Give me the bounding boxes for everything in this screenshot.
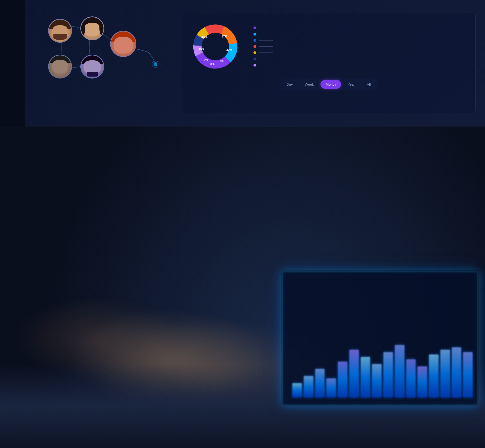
svg-text:16%: 16% <box>202 36 207 39</box>
bar-1 <box>304 376 313 397</box>
bar-7 <box>372 364 382 397</box>
bar-group-6 <box>361 357 370 397</box>
bar-group-12 <box>429 354 438 397</box>
bar-15 <box>463 352 473 397</box>
legend-line-1 <box>259 28 273 28</box>
legend-dot-5 <box>253 51 256 54</box>
legend-item-7 <box>253 64 273 67</box>
legend-item-5 <box>253 51 273 54</box>
bar-13 <box>440 350 450 397</box>
bar-group-14 <box>452 347 462 397</box>
legend-dot-4 <box>253 45 256 48</box>
avatar-person-2 <box>80 16 104 40</box>
legend-dot-7 <box>253 64 256 67</box>
bar-group-7 <box>372 364 382 397</box>
left-sidebar <box>0 0 25 127</box>
filter-year-button[interactable]: Year <box>342 80 360 89</box>
legend-dot-3 <box>253 39 256 42</box>
svg-text:30%: 30% <box>226 48 232 52</box>
avatar-person-4 <box>48 55 72 79</box>
bar-5 <box>349 350 359 397</box>
network-graph-section <box>39 9 182 117</box>
legend-line-7 <box>259 65 273 65</box>
bar-group-1 <box>304 376 313 397</box>
bar-4 <box>338 362 347 397</box>
chart-content: 17% 30% 8% 8% 8% 15% 16% <box>189 20 468 73</box>
bar-3 <box>326 378 336 397</box>
svg-point-0 <box>154 62 157 66</box>
donut-chart-container: 17% 30% 8% 8% 8% 15% 16% <box>189 20 242 73</box>
legend-item-3 <box>253 39 273 42</box>
legend-item-4 <box>253 45 273 48</box>
legend-line-3 <box>259 40 273 40</box>
bar-group-10 <box>406 359 416 397</box>
legend-item-1 <box>253 26 273 29</box>
bar-0 <box>292 383 302 397</box>
legend-line-5 <box>259 52 273 53</box>
bar-group-9 <box>395 345 404 397</box>
bar-9 <box>395 345 404 397</box>
chart-legend <box>253 26 273 67</box>
bar-11 <box>417 366 427 397</box>
legend-item-6 <box>253 57 273 60</box>
bar-group-4 <box>338 362 347 397</box>
bar-group-13 <box>440 350 450 397</box>
legend-dot-1 <box>253 26 256 29</box>
bar-chart <box>292 307 473 397</box>
filter-week-button[interactable]: Week <box>299 80 319 89</box>
bar-group-2 <box>315 369 325 397</box>
filter-month-button[interactable]: Month <box>321 80 341 89</box>
bar-6 <box>361 357 370 397</box>
avatar-person-3 <box>110 31 136 57</box>
svg-point-1 <box>152 61 158 67</box>
donut-chart-svg: 17% 30% 8% 8% 8% 15% 16% <box>189 20 242 73</box>
bar-group-0 <box>292 383 302 397</box>
bar-group-15 <box>463 352 473 397</box>
bar-8 <box>383 352 393 397</box>
bar-group-5 <box>349 350 359 397</box>
svg-text:8%: 8% <box>210 63 215 66</box>
avatar-person-5 <box>80 55 104 79</box>
svg-text:8%: 8% <box>220 59 224 63</box>
bar-14 <box>452 347 462 397</box>
bar-group-8 <box>383 352 393 397</box>
svg-text:8%: 8% <box>204 58 208 62</box>
legend-dot-6 <box>253 57 256 60</box>
bar-2 <box>315 369 325 397</box>
bar-group-3 <box>326 378 336 397</box>
legend-item-2 <box>253 33 273 36</box>
svg-text:17%: 17% <box>221 35 227 38</box>
filter-all-button[interactable]: All <box>361 80 376 89</box>
main-dashboard-panel: 17% 30% 8% 8% 8% 15% 16% <box>24 0 485 127</box>
filter-day-button[interactable]: Day <box>281 80 298 89</box>
avatar-person-1 <box>48 19 72 43</box>
svg-text:15%: 15% <box>199 48 204 51</box>
donut-chart-section: 17% 30% 8% 8% 8% 15% 16% <box>182 13 476 113</box>
bar-12 <box>429 354 438 397</box>
bar-10 <box>406 359 416 397</box>
legend-line-6 <box>259 59 273 59</box>
time-filter-group: Day Week Month Year All <box>280 79 377 90</box>
legend-line-2 <box>259 34 273 34</box>
laptop-screen <box>282 272 478 405</box>
legend-dot-2 <box>253 33 256 36</box>
legend-line-4 <box>259 46 273 47</box>
bar-group-11 <box>417 366 427 397</box>
